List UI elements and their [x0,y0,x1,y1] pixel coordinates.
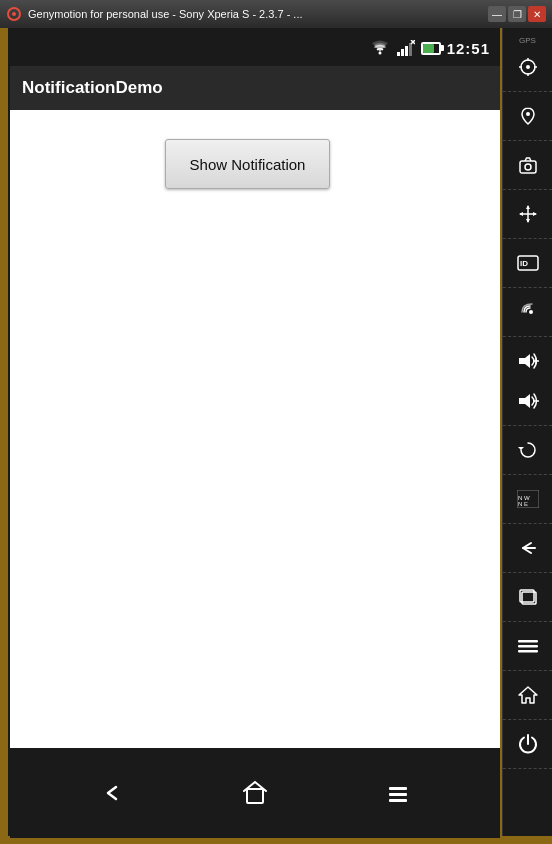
sidebar-section-recents [503,573,552,622]
minimize-button[interactable]: — [488,6,506,22]
battery-icon [421,42,441,55]
svg-marker-26 [519,212,523,216]
sidebar-section-rotate [503,426,552,475]
svg-marker-25 [526,219,530,223]
svg-rect-20 [520,161,536,173]
move-button[interactable] [508,196,548,232]
scale-button[interactable]: N W N E [508,481,548,517]
svg-marker-27 [533,212,537,216]
svg-point-1 [12,12,16,16]
app-title: NotificationDemo [22,78,163,98]
sidebar-section-gps: GPS [503,32,552,92]
gps-button[interactable] [508,49,548,85]
svg-rect-45 [518,650,538,653]
status-time: 12:51 [447,40,490,57]
svg-marker-34 [519,394,530,408]
sidebar-section-nfc [503,288,552,337]
wifi-icon [369,40,391,56]
show-notification-button[interactable]: Show Notification [165,139,330,189]
sidebar-section-back [503,524,552,573]
recents-button[interactable] [508,579,548,615]
svg-point-19 [526,112,530,116]
power-button[interactable] [508,726,548,762]
restore-button[interactable]: ❐ [508,6,526,22]
window-controls: — ❐ ✕ [488,6,546,22]
nfc-button[interactable] [508,294,548,330]
volume-up-button[interactable] [508,343,548,379]
home-button[interactable] [230,768,280,818]
sidebar-section-home [503,671,552,720]
camera-button[interactable] [508,147,548,183]
id-button[interactable]: ID [508,245,548,281]
svg-rect-9 [247,789,263,803]
volume-down-button[interactable] [508,383,548,419]
svg-point-2 [378,52,381,55]
app-header: NotificationDemo [10,66,500,110]
svg-rect-43 [518,640,538,643]
back-button[interactable] [87,768,137,818]
sidebar-section-id: ID [503,239,552,288]
sidebar-section-volume [503,337,552,426]
menu-button[interactable] [373,768,423,818]
app-content: Show Notification free for personal use [10,110,500,838]
sidebar-back-button[interactable] [508,530,548,566]
sidebar-section-menu [503,622,552,671]
svg-rect-44 [518,645,538,648]
rotate-button[interactable] [508,432,548,468]
sidebar-section-location [503,92,552,141]
svg-rect-6 [409,43,412,56]
svg-text:N E: N E [518,501,528,507]
sidebar-section-power [503,720,552,769]
svg-point-30 [529,310,533,314]
location-button[interactable] [508,98,548,134]
svg-marker-36 [518,447,524,450]
phone-screen: 12:51 NotificationDemo Show Notification… [10,30,500,838]
svg-rect-10 [389,787,407,790]
gps-label: GPS [519,36,536,45]
svg-rect-3 [397,52,400,56]
svg-marker-24 [526,205,530,209]
svg-point-21 [525,164,531,170]
svg-rect-5 [405,46,408,56]
close-button[interactable]: ✕ [528,6,546,22]
sidebar-section-move [503,190,552,239]
emulator-frame: 12:51 NotificationDemo Show Notification… [8,28,500,836]
sidebar-section-camera [503,141,552,190]
sidebar: GPS [502,28,552,836]
svg-rect-4 [401,49,404,56]
svg-point-14 [526,65,530,69]
app-icon [6,6,22,22]
title-bar: Genymotion for personal use - Sony Xperi… [0,0,552,28]
sidebar-home-button[interactable] [508,677,548,713]
sidebar-menu-button[interactable] [508,628,548,664]
phone-nav [10,748,500,838]
sidebar-section-scale: N W N E [503,475,552,524]
status-icons: 12:51 [369,40,490,57]
window-title: Genymotion for personal use - Sony Xperi… [28,8,488,20]
svg-rect-12 [389,799,407,802]
signal-icon [397,40,415,56]
status-bar: 12:51 [10,30,500,66]
svg-rect-11 [389,793,407,796]
svg-text:ID: ID [520,259,528,268]
svg-marker-31 [519,354,530,368]
